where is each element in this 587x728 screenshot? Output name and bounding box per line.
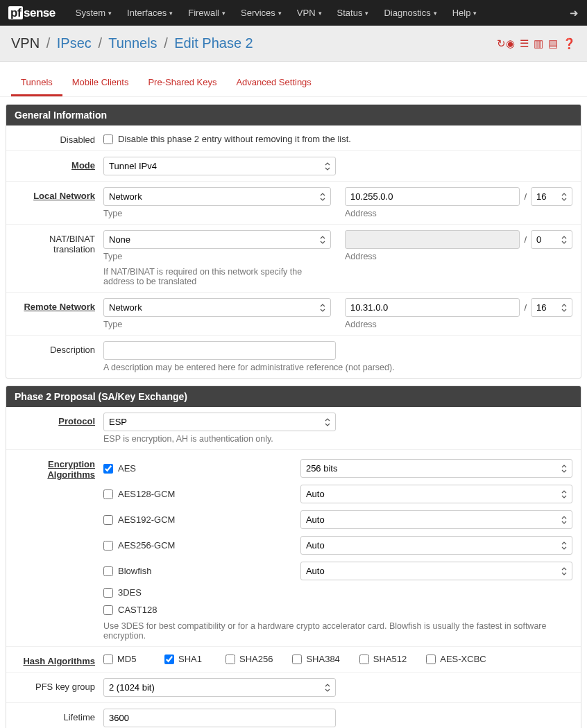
help-remote-address: Address	[345, 320, 572, 329]
enc-cast128-label: CAST128	[118, 605, 157, 615]
remote-type-select[interactable]: Network	[103, 298, 331, 317]
tabs: Tunnels Mobile Clients Pre-Shared Keys A…	[0, 62, 587, 97]
hash-sha1-checkbox[interactable]	[164, 655, 174, 664]
hash-sha256-checkbox[interactable]	[226, 655, 235, 664]
label-description: Description	[15, 341, 103, 355]
panel-general: General Information Disabled Disable thi…	[6, 104, 581, 379]
enc-aes128gcm-bits-select[interactable]: Auto	[300, 485, 572, 503]
caret-down-icon: ▾	[222, 10, 226, 17]
nat-mask-select[interactable]: 0	[531, 230, 572, 249]
label-lifetime: Lifetime	[15, 709, 103, 722]
brand-logo[interactable]: pfsense	[8, 6, 56, 20]
disabled-checkbox-row[interactable]: Disable this phase 2 entry without remov…	[103, 131, 572, 144]
enc-aes256gcm-label: AES256-GCM	[118, 540, 175, 551]
enc-aes192gcm-label: AES192-GCM	[118, 514, 175, 525]
sliders-icon[interactable]: ☰	[520, 37, 529, 50]
tab-preshared-keys[interactable]: Pre-Shared Keys	[138, 70, 226, 96]
nav-firewall[interactable]: Firewall▾	[180, 8, 233, 18]
hash-aesxcbc-item[interactable]: AES-XCBC	[426, 654, 486, 664]
label-hash-alg: Hash Algorithms	[15, 652, 103, 666]
hash-sha512-item[interactable]: SHA512	[359, 654, 407, 664]
local-address-input[interactable]	[345, 187, 520, 206]
nat-type-select[interactable]: None	[103, 230, 331, 249]
nav-menu: System▾ Interfaces▾ Firewall▾ Services▾ …	[68, 8, 570, 18]
hash-sha512-checkbox[interactable]	[359, 655, 369, 664]
disabled-checkbox[interactable]	[103, 135, 113, 144]
enc-3des-checkbox[interactable]	[103, 588, 113, 598]
enc-3des-label: 3DES	[118, 587, 142, 598]
nav-diagnostics[interactable]: Diagnostics▾	[376, 8, 444, 18]
tab-mobile-clients[interactable]: Mobile Clients	[62, 70, 139, 96]
breadcrumb-ipsec[interactable]: IPsec	[57, 35, 92, 51]
enc-aes-checkbox[interactable]	[103, 464, 113, 474]
help-description: A description may be entered here for ad…	[103, 363, 572, 372]
caret-down-icon: ▾	[434, 10, 437, 17]
breadcrumb-root: VPN	[11, 35, 40, 51]
panel-general-heading: General Information	[6, 105, 581, 125]
enc-aes256gcm-bits-select[interactable]: Auto	[300, 536, 572, 555]
enc-aes256gcm-checkbox[interactable]	[103, 541, 113, 551]
enc-blowfish-label: Blowfish	[118, 566, 151, 576]
nav-system[interactable]: System▾	[68, 8, 119, 18]
hash-sha256-item[interactable]: SHA256	[226, 654, 273, 664]
caret-down-icon: ▾	[365, 10, 368, 17]
label-remote-network: Remote Network	[15, 298, 103, 312]
remote-address-input[interactable]	[345, 298, 520, 317]
help-remote-type: Type	[103, 320, 331, 329]
chart-icon[interactable]: ▥	[534, 37, 543, 50]
help-local-address: Address	[345, 209, 572, 218]
hash-sha384-checkbox[interactable]	[292, 655, 302, 664]
mode-select[interactable]: Tunnel IPv4	[103, 157, 336, 175]
lifetime-input[interactable]	[103, 709, 336, 727]
nav-help[interactable]: Help▾	[445, 8, 485, 18]
local-mask-select[interactable]: 16	[531, 187, 572, 206]
nav-status[interactable]: Status▾	[330, 8, 377, 18]
label-protocol: Protocol	[15, 413, 103, 426]
local-type-select[interactable]: Network	[103, 187, 331, 206]
enc-blowfish-checkbox[interactable]	[103, 566, 113, 576]
hash-sha384-item[interactable]: SHA384	[292, 654, 339, 664]
nav-interfaces[interactable]: Interfaces▾	[119, 8, 180, 18]
navbar: pfsense System▾ Interfaces▾ Firewall▾ Se…	[0, 0, 587, 26]
breadcrumb-editphase2[interactable]: Edit Phase 2	[174, 35, 253, 51]
enc-cast128-checkbox[interactable]	[103, 605, 113, 615]
nav-services[interactable]: Services▾	[233, 8, 289, 18]
remote-mask-select[interactable]: 16	[531, 298, 572, 317]
hash-aesxcbc-checkbox[interactable]	[426, 655, 436, 664]
label-enc-alg: Encryption Algorithms	[15, 456, 103, 480]
panel-proposal-heading: Phase 2 Proposal (SA/Key Exchange)	[6, 386, 581, 407]
breadcrumb-tunnels[interactable]: Tunnels	[108, 35, 157, 51]
brand-pf: pf	[8, 6, 23, 19]
nav-vpn[interactable]: VPN▾	[289, 8, 330, 18]
help-nat-type: Type	[103, 252, 331, 261]
help-protocol: ESP is encryption, AH is authentication …	[103, 434, 572, 444]
disabled-text: Disable this phase 2 entry without remov…	[118, 134, 351, 144]
enc-blowfish-bits-select[interactable]: Auto	[300, 562, 572, 580]
hash-sha1-item[interactable]: SHA1	[164, 654, 206, 664]
help-icon[interactable]: ❓	[563, 37, 576, 50]
breadcrumb-bar: VPN / IPsec / Tunnels / Edit Phase 2 ↻◉ …	[0, 26, 587, 62]
enc-aes128gcm-checkbox[interactable]	[103, 489, 113, 499]
pfs-select[interactable]: 2 (1024 bit)	[103, 678, 336, 697]
help-local-type: Type	[103, 209, 331, 218]
refresh-icon[interactable]: ↻◉	[497, 37, 515, 50]
label-pfs: PFS key group	[15, 678, 103, 692]
caret-down-icon: ▾	[278, 10, 282, 17]
nat-address-input	[345, 230, 520, 249]
panel-proposal: Phase 2 Proposal (SA/Key Exchange) Proto…	[6, 385, 581, 728]
description-input[interactable]	[103, 341, 336, 360]
enc-aes128gcm-label: AES128-GCM	[118, 489, 175, 499]
caret-down-icon: ▾	[473, 10, 477, 17]
tab-tunnels[interactable]: Tunnels	[11, 70, 62, 96]
logout-icon[interactable]: ➜	[570, 7, 579, 19]
hash-md5-checkbox[interactable]	[103, 655, 113, 664]
hash-md5-item[interactable]: MD5	[103, 654, 145, 664]
enc-aes-bits-select[interactable]: 256 bits	[300, 459, 572, 478]
protocol-select[interactable]: ESP	[103, 413, 336, 431]
enc-aes192gcm-checkbox[interactable]	[103, 515, 113, 525]
slash-sep: /	[524, 302, 527, 313]
help-enc: Use 3DES for best compatibility or for a…	[103, 621, 572, 641]
enc-aes192gcm-bits-select[interactable]: Auto	[300, 510, 572, 529]
tab-advanced-settings[interactable]: Advanced Settings	[226, 70, 321, 96]
log-icon[interactable]: ▤	[548, 37, 558, 50]
